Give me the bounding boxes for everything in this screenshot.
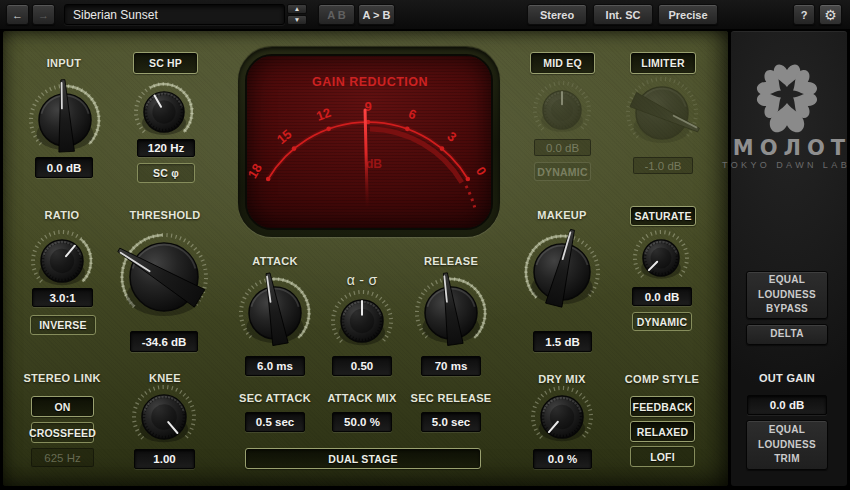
stereo-link-on-button[interactable]: ON [31, 396, 94, 417]
svg-text:12: 12 [314, 105, 333, 124]
mid-eq-toggle-button[interactable]: MID EQ [530, 52, 595, 74]
makeup-value[interactable]: 1.5 dB [533, 331, 592, 352]
makeup-label: MAKEUP [537, 209, 586, 221]
sec-release-value[interactable]: 5.0 sec [421, 412, 481, 432]
arrow-left-icon: ← [12, 9, 23, 21]
dry-mix-knob[interactable] [522, 377, 602, 457]
sidechain-mode-button[interactable]: Int. SC [593, 4, 653, 25]
stereo-link-label: STEREO LINK [23, 372, 100, 384]
sec-attack-value[interactable]: 0.5 sec [245, 412, 305, 432]
meter-needle [365, 110, 367, 208]
sc-hp-toggle-button[interactable]: SC HP [133, 52, 198, 74]
saturate-knob[interactable] [626, 223, 696, 293]
help-button[interactable]: ? [793, 4, 815, 25]
delta-button[interactable]: DELTA [746, 324, 828, 345]
equal-loudness-bypass-button[interactable]: EQUAL LOUDNESS BYPASS [746, 271, 828, 319]
inverse-toggle-button[interactable]: INVERSE [30, 315, 96, 335]
equal-loudness-trim-button[interactable]: EQUAL LOUDNESS TRIM [746, 420, 828, 470]
out-gain-value[interactable]: 0.0 dB [747, 395, 827, 415]
svg-text:18: 18 [247, 161, 265, 181]
svg-text:3: 3 [444, 129, 459, 145]
settings-button[interactable]: ⚙ [819, 4, 842, 25]
ab-copy-button[interactable]: A > B [358, 4, 395, 25]
preset-name-field[interactable]: Siberian Sunset [64, 4, 285, 25]
svg-text:6: 6 [407, 106, 419, 123]
comp-style-feedback-button[interactable]: FEEDBACK [630, 396, 695, 417]
limiter-knob [614, 65, 710, 161]
knee-knob[interactable] [123, 376, 205, 458]
triangle-down-icon: ▼ [294, 17, 300, 24]
sec-release-label: SEC RELEASE [411, 392, 492, 404]
alpha-sigma-knob[interactable] [322, 281, 402, 361]
company-name: TOKYO DAWN LABS [719, 160, 850, 170]
threshold-knob[interactable] [103, 216, 225, 338]
attack-knob[interactable] [227, 265, 323, 361]
comp-style-label: COMP STYLE [625, 373, 699, 385]
triangle-up-icon: ▲ [294, 6, 300, 13]
preset-forward-button[interactable]: → [32, 4, 55, 25]
meter-scale: GAIN REDUCTION1815129630dB [247, 56, 493, 230]
crossfeed-button[interactable]: CROSSFEED [31, 422, 94, 443]
saturate-dynamic-button[interactable]: DYNAMIC [632, 312, 692, 331]
preset-down-button[interactable]: ▼ [287, 15, 307, 25]
svg-text:GAIN REDUCTION: GAIN REDUCTION [312, 75, 428, 89]
sec-attack-label: SEC ATTACK [239, 392, 311, 404]
gear-icon: ⚙ [824, 7, 837, 23]
comp-style-lofi-button[interactable]: LOFI [630, 446, 695, 467]
sc-hp-knob[interactable] [126, 74, 202, 150]
crossfeed-freq-value: 625 Hz [31, 448, 94, 467]
top-toolbar: ← → Siberian Sunset ▲ ▼ A B A > B Stereo… [0, 0, 850, 29]
svg-text:0: 0 [473, 164, 490, 178]
preset-name: Siberian Sunset [73, 8, 158, 22]
plugin-window: ← → Siberian Sunset ▲ ▼ A B A > B Stereo… [0, 0, 850, 490]
out-gain-label: OUT GAIN [759, 372, 815, 384]
input-label: INPUT [47, 57, 82, 69]
product-name: МОЛОТ [727, 136, 850, 160]
comp-style-relaxed-button[interactable]: RELAXED [630, 421, 695, 442]
tdr-flower-logo-icon [747, 53, 827, 135]
dual-stage-button[interactable]: DUAL STAGE [245, 448, 481, 469]
makeup-knob[interactable] [511, 221, 613, 323]
preset-up-button[interactable]: ▲ [287, 4, 307, 14]
ratio-knob[interactable] [22, 221, 102, 301]
attack-mix-value[interactable]: 50.0 % [332, 412, 392, 432]
sc-phase-button[interactable]: SC φ [137, 163, 195, 183]
ratio-label: RATIO [45, 209, 80, 221]
svg-text:dB: dB [366, 157, 382, 171]
ab-compare-button[interactable]: A B [318, 4, 355, 25]
mid-eq-knob [526, 74, 598, 146]
preset-back-button[interactable]: ← [6, 4, 29, 25]
input-knob[interactable] [17, 72, 113, 168]
mid-eq-dynamic-button: DYNAMIC [534, 162, 591, 181]
channel-mode-button[interactable]: Stereo [527, 4, 587, 25]
gain-reduction-meter: GAIN REDUCTION1815129630dB [238, 47, 500, 237]
arrow-right-icon: → [38, 9, 49, 21]
attack-mix-label: ATTACK MIX [327, 392, 396, 404]
release-knob[interactable] [403, 265, 499, 361]
quality-mode-button[interactable]: Precise [658, 4, 718, 25]
meter-glass: GAIN REDUCTION1815129630dB [245, 54, 493, 230]
svg-text:15: 15 [274, 126, 295, 147]
